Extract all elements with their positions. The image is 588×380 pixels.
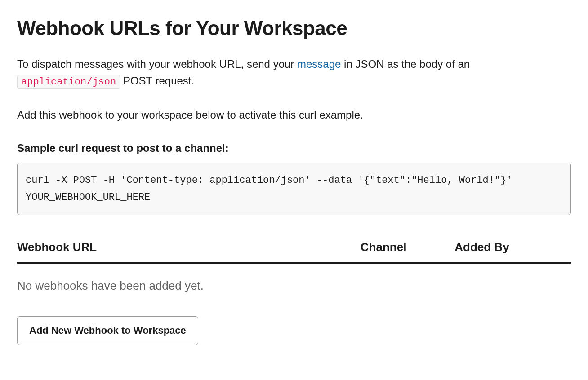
empty-state-message: No webhooks have been added yet. xyxy=(17,277,571,295)
webhook-table-header: Webhook URL Channel Added By xyxy=(17,239,571,264)
column-header-channel: Channel xyxy=(361,239,454,256)
instruction-paragraph: Add this webhook to your workspace below… xyxy=(17,107,571,123)
message-link[interactable]: message xyxy=(297,58,341,70)
intro-paragraph: To dispatch messages with your webhook U… xyxy=(17,56,571,90)
intro-text-part2: in JSON as the body of an xyxy=(341,58,470,70)
add-webhook-button[interactable]: Add New Webhook to Workspace xyxy=(17,316,198,345)
curl-code-block: curl -X POST -H 'Content-type: applicati… xyxy=(17,163,571,215)
column-header-added-by: Added By xyxy=(454,239,571,256)
intro-text-part1: To dispatch messages with your webhook U… xyxy=(17,58,297,70)
column-header-webhook-url: Webhook URL xyxy=(17,239,361,256)
page-heading: Webhook URLs for Your Workspace xyxy=(17,13,571,43)
sample-curl-label: Sample curl request to post to a channel… xyxy=(17,140,571,156)
intro-text-part3: POST request. xyxy=(120,75,194,87)
inline-code-content-type: application/json xyxy=(17,75,120,89)
